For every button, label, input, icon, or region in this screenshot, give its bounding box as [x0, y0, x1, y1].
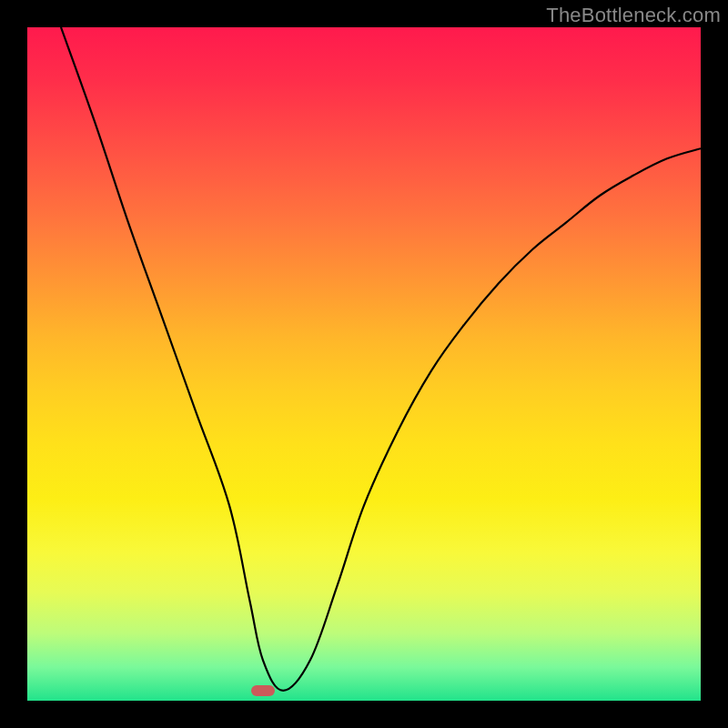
curve-svg — [27, 27, 701, 701]
chart-plot-area — [27, 27, 701, 701]
bottleneck-curve — [61, 27, 701, 691]
optimal-point-marker — [251, 685, 275, 696]
watermark-text: TheBottleneck.com — [546, 4, 721, 27]
